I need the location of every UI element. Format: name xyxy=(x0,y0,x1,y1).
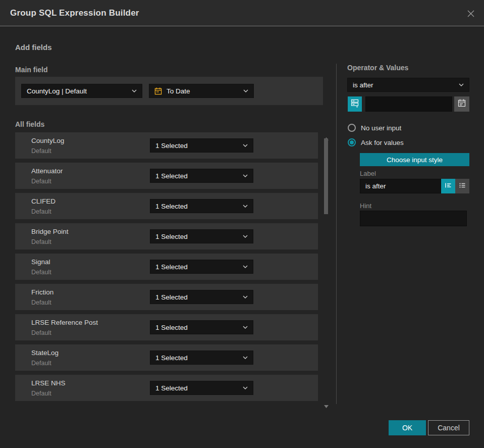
chevron-down-icon xyxy=(243,295,248,298)
field-name: Friction xyxy=(31,288,53,296)
field-row: StateLog Default 1 Selected xyxy=(15,344,318,371)
add-fields-heading: Add fields xyxy=(15,43,52,52)
choose-input-style-button[interactable]: Choose input style xyxy=(360,153,469,166)
label-label: Label xyxy=(360,170,376,177)
field-selected-dropdown[interactable]: 1 Selected xyxy=(150,199,253,213)
panel-divider xyxy=(336,64,337,404)
chevron-down-icon xyxy=(243,386,248,389)
field-row: Signal Default 1 Selected xyxy=(15,254,318,280)
field-sublabel: Default xyxy=(31,208,51,215)
field-selected-dropdown[interactable]: 1 Selected xyxy=(150,381,253,395)
selected-count: 1 Selected xyxy=(155,384,188,392)
radio-circle-unchecked[interactable] xyxy=(348,124,356,132)
main-field-label: Main field xyxy=(15,66,48,74)
selected-count: 1 Selected xyxy=(155,263,188,271)
field-row: LRSE Reference Post Default 1 Selected xyxy=(15,314,318,340)
chevron-down-icon xyxy=(243,205,248,208)
value-input[interactable] xyxy=(365,96,452,112)
field-selected-dropdown[interactable]: 1 Selected xyxy=(150,260,253,274)
selected-count: 1 Selected xyxy=(155,324,188,331)
align-left-icon xyxy=(444,181,452,191)
value-type-button[interactable] xyxy=(348,96,362,112)
field-sublabel: Default xyxy=(31,238,51,245)
field-selected-dropdown[interactable]: 1 Selected xyxy=(150,229,253,243)
field-name: LRSE Reference Post xyxy=(31,319,98,326)
selected-count: 1 Selected xyxy=(155,142,188,150)
list-icon xyxy=(458,181,466,191)
main-field-dropdown-value: CountyLog | Default xyxy=(27,87,87,95)
radio-label[interactable]: No user input xyxy=(361,124,401,132)
radio-label[interactable]: Ask for values xyxy=(361,139,404,146)
close-icon[interactable] xyxy=(465,8,477,20)
hint-label: Hint xyxy=(360,202,371,210)
title-bar: Group SQL Expression Builder xyxy=(0,0,484,26)
chevron-down-icon xyxy=(243,265,248,268)
field-sublabel: Default xyxy=(31,329,51,336)
selected-count: 1 Selected xyxy=(155,233,188,240)
chevron-down-icon xyxy=(132,89,137,92)
field-selected-dropdown[interactable]: 1 Selected xyxy=(150,290,253,304)
operator-values-heading: Operator & Values xyxy=(347,64,408,72)
field-name: Attenuator xyxy=(31,167,63,175)
chevron-down-icon xyxy=(243,235,248,238)
field-row: Friction Default 1 Selected xyxy=(15,284,318,310)
list-style-button[interactable] xyxy=(455,179,469,193)
ok-button[interactable]: OK xyxy=(389,420,426,435)
field-sublabel: Default xyxy=(31,147,51,155)
all-fields-label: All fields xyxy=(15,120,44,128)
field-row: CountyLog Default 1 Selected xyxy=(15,132,318,159)
field-selected-dropdown[interactable]: 1 Selected xyxy=(150,169,253,183)
single-line-style-button[interactable] xyxy=(441,179,455,193)
hint-input[interactable] xyxy=(360,211,467,226)
scroll-up-icon[interactable] xyxy=(324,133,329,136)
field-sublabel: Default xyxy=(31,178,51,185)
field-name: Bridge Point xyxy=(31,228,69,235)
chevron-down-icon xyxy=(243,356,248,359)
main-field-panel: CountyLog | Default To Date xyxy=(15,77,323,105)
main-field-dropdown[interactable]: CountyLog | Default xyxy=(21,84,142,98)
chevron-down-icon xyxy=(243,174,248,177)
field-name: CountyLog xyxy=(31,137,64,144)
field-name: LRSE NHS xyxy=(31,379,66,387)
date-picker-button[interactable] xyxy=(454,96,469,112)
radio-circle-checked[interactable] xyxy=(348,138,356,146)
selected-count: 1 Selected xyxy=(155,203,188,210)
field-name: CLIFED xyxy=(31,197,56,205)
selected-count: 1 Selected xyxy=(155,172,188,180)
field-sublabel: Default xyxy=(31,360,51,367)
operator-dropdown-value: is after xyxy=(353,81,373,89)
chevron-down-icon xyxy=(243,144,248,147)
list-scrollbar xyxy=(323,132,330,404)
selected-count: 1 Selected xyxy=(155,293,188,301)
scrollbar-thumb[interactable] xyxy=(324,138,328,214)
date-field-dropdown[interactable]: To Date xyxy=(149,84,254,98)
field-sublabel: Default xyxy=(31,299,51,306)
field-sublabel: Default xyxy=(31,390,51,397)
field-row: Bridge Point Default 1 Selected xyxy=(15,223,318,250)
field-row: LRSE NHS Default 1 Selected xyxy=(15,375,318,401)
operator-dropdown[interactable]: is after xyxy=(347,78,469,92)
field-name: StateLog xyxy=(31,349,59,357)
field-sublabel: Default xyxy=(31,269,51,276)
date-field-dropdown-value: To Date xyxy=(167,87,190,95)
label-input[interactable] xyxy=(360,179,441,193)
chevron-down-icon xyxy=(459,83,464,86)
stacked-values-icon xyxy=(350,98,359,110)
scroll-down-icon[interactable] xyxy=(324,401,329,404)
dialog-title: Group SQL Expression Builder xyxy=(10,8,139,18)
group-sql-expression-builder-dialog: Group SQL Expression Builder Add fields … xyxy=(0,0,484,448)
calendar-icon xyxy=(458,99,466,109)
cancel-button[interactable]: Cancel xyxy=(428,420,469,435)
field-selected-dropdown[interactable]: 1 Selected xyxy=(150,138,253,153)
field-name: Signal xyxy=(31,258,50,266)
radio-ask-for-values[interactable]: Ask for values xyxy=(348,138,404,146)
chevron-down-icon xyxy=(243,89,248,92)
calendar-icon xyxy=(154,87,162,95)
selected-count: 1 Selected xyxy=(155,354,188,362)
chevron-down-icon xyxy=(243,326,248,329)
field-row: Attenuator Default 1 Selected xyxy=(15,163,318,189)
all-fields-list: CountyLog Default 1 Selected Attenuator … xyxy=(15,132,318,405)
field-selected-dropdown[interactable]: 1 Selected xyxy=(150,320,253,334)
radio-no-user-input[interactable]: No user input xyxy=(348,124,401,132)
field-selected-dropdown[interactable]: 1 Selected xyxy=(150,351,253,365)
